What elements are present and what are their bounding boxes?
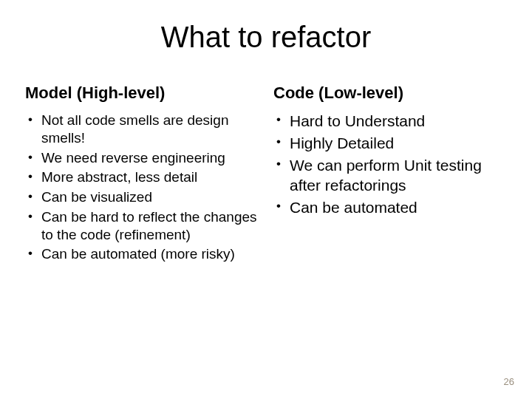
- columns: Model (High-level) Not all code smells a…: [25, 83, 507, 265]
- list-item: More abstract, less detail: [25, 168, 259, 186]
- right-column: Code (Low-level) Hard to Understand High…: [273, 83, 507, 265]
- list-item: Can be automated: [273, 198, 507, 218]
- right-heading: Code (Low-level): [273, 83, 507, 103]
- right-list: Hard to Understand Highly Detailed We ca…: [273, 112, 507, 217]
- list-item: We can perform Unit testing after refact…: [273, 156, 507, 196]
- list-item: Can be hard to reflect the changes to th…: [25, 208, 259, 244]
- left-column: Model (High-level) Not all code smells a…: [25, 83, 259, 265]
- list-item: Can be visualized: [25, 188, 259, 206]
- left-heading: Model (High-level): [25, 83, 259, 103]
- list-item: Highly Detailed: [273, 134, 507, 154]
- list-item: Can be automated (more risky): [25, 245, 259, 263]
- list-item: Not all code smells are design smells!: [25, 112, 259, 147]
- list-item: Hard to Understand: [273, 112, 507, 132]
- left-list: Not all code smells are design smells! W…: [25, 112, 259, 263]
- slide-title: What to refactor: [25, 21, 507, 54]
- slide: What to refactor Model (High-level) Not …: [0, 0, 532, 399]
- page-number: 26: [504, 376, 514, 387]
- list-item: We need reverse engineering: [25, 149, 259, 167]
